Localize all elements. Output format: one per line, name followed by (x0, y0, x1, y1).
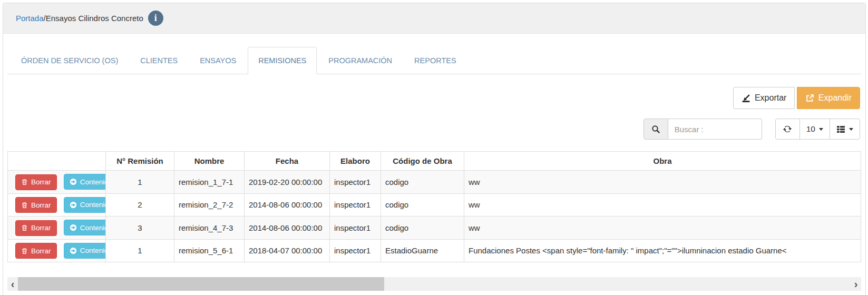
tab-clientes[interactable]: CLIENTES (130, 47, 188, 74)
actions-cell: Borrar Contenido (8, 217, 106, 240)
page-size-dropdown[interactable]: 10 (799, 119, 830, 140)
trash-icon (21, 179, 28, 185)
page-size-value: 10 (806, 124, 815, 134)
scroll-right-icon[interactable]: › (851, 277, 861, 291)
content-label: Contenido (80, 224, 106, 232)
cell-elaboro: inspector1 (330, 239, 381, 262)
export-button[interactable]: Exportar (733, 87, 795, 109)
arrow-right-circle-icon (70, 178, 77, 185)
search-icon (643, 119, 668, 140)
delete-button[interactable]: Borrar (15, 197, 57, 213)
panel-body: ÓRDEN DE SERVICIO (OS)CLIENTESENSAYOSREM… (3, 47, 865, 291)
trash-icon (21, 224, 28, 231)
cell-elaboro: inspector1 (330, 217, 381, 240)
tab-remisiones[interactable]: REMISIONES (248, 47, 317, 74)
table-row: Borrar Contenido 3 remision_4_7-3 (8, 217, 861, 240)
column-header-actions[interactable] (8, 152, 106, 171)
export-expand-group: Exportar Expandir (733, 87, 860, 109)
cell-obra: ww (464, 171, 861, 194)
remisiones-table-wrap: N° RemisiónNombreFechaElaboroCódigo de O… (7, 151, 861, 262)
content-button[interactable]: Contenido (64, 220, 106, 235)
cell-n-remision: 1 (106, 239, 174, 262)
tab-bar: ÓRDEN DE SERVICIO (OS)CLIENTESENSAYOSREM… (7, 47, 861, 74)
column-header-elaboro[interactable]: Elaboro (330, 152, 381, 171)
content-button[interactable]: Contenido (64, 174, 106, 190)
delete-label: Borrar (31, 247, 51, 255)
actions-cell: Borrar Contenido (8, 239, 106, 262)
scrollbar-thumb[interactable] (18, 277, 384, 291)
cell-nombre: remision_5_6-1 (174, 239, 245, 262)
trash-icon (21, 202, 28, 209)
cell-fecha: 2019-02-20 00:00:00 (245, 171, 330, 194)
cell-obra: ww (464, 217, 861, 240)
search-input[interactable] (668, 119, 762, 140)
trash-icon (21, 248, 28, 254)
cell-n-remision: 2 (106, 193, 174, 217)
toolbar: Exportar Expandir (7, 87, 861, 109)
cell-nombre: remision_4_7-3 (174, 217, 245, 240)
content-label: Contenido (80, 201, 106, 209)
delete-label: Borrar (31, 224, 51, 232)
columns-dropdown[interactable] (830, 119, 860, 140)
tab-orden-de-servicio-os[interactable]: ÓRDEN DE SERVICIO (OS) (11, 47, 129, 74)
table-body: Borrar Contenido 1 remision_1_7-1 (8, 171, 861, 262)
column-header-n[interactable]: N° Remisión (106, 152, 174, 171)
delete-button[interactable]: Borrar (15, 220, 57, 236)
cell-n-remision: 3 (106, 217, 174, 240)
expand-button[interactable]: Expandir (797, 87, 860, 109)
cell-elaboro: inspector1 (330, 171, 381, 194)
cell-nombre: remision_2_7-2 (174, 193, 245, 217)
horizontal-scrollbar[interactable]: ‹ › (7, 277, 861, 291)
cell-codigo-de-obra: codigo (381, 171, 464, 194)
cell-fecha: 2014-08-06 00:00:00 (245, 193, 330, 217)
content-label: Contenido (80, 178, 106, 186)
breadcrumb-home-link[interactable]: Portada (16, 14, 44, 23)
cell-fecha: 2014-08-06 00:00:00 (245, 217, 330, 240)
breadcrumb-current: Ensayos Cilindros Concreto (46, 14, 143, 23)
scrollbar-track[interactable] (18, 277, 851, 291)
scroll-left-icon[interactable]: ‹ (7, 277, 18, 291)
table-controls: 10 (7, 119, 861, 140)
table-header-row: N° RemisiónNombreFechaElaboroCódigo de O… (8, 152, 861, 171)
column-header-codigo[interactable]: Código de Obra (381, 152, 464, 171)
view-controls-group: 10 (775, 119, 860, 140)
cell-obra: Fundaciones Postes <span style="font-fam… (464, 239, 861, 262)
export-icon (742, 94, 750, 103)
delete-label: Borrar (31, 201, 51, 209)
main-panel: Portada/Ensayos Cilindros Concreto i ÓRD… (3, 3, 866, 295)
caret-down-icon (819, 128, 823, 131)
content-button[interactable]: Contenido (64, 243, 106, 259)
content-label: Contenido (80, 247, 106, 254)
actions-cell: Borrar Contenido (8, 193, 106, 217)
cell-nombre: remision_1_7-1 (174, 171, 245, 194)
arrow-right-circle-icon (70, 247, 77, 254)
tab-reportes[interactable]: REPORTES (404, 47, 467, 74)
cell-elaboro: inspector1 (330, 193, 381, 217)
column-header-obra[interactable]: Obra (464, 152, 861, 171)
info-icon[interactable]: i (148, 11, 163, 26)
cell-obra: ww (464, 193, 861, 217)
arrow-right-circle-icon (70, 224, 77, 231)
tab-ensayos[interactable]: ENSAYOS (189, 47, 247, 74)
column-header-nombre[interactable]: Nombre (174, 152, 245, 171)
delete-button[interactable]: Borrar (15, 243, 57, 259)
table-row: Borrar Contenido 1 remision_5_6-1 (8, 239, 861, 262)
export-label: Exportar (755, 93, 786, 103)
table-row: Borrar Contenido 2 remision_2_7-2 (8, 193, 861, 217)
column-header-fecha[interactable]: Fecha (245, 152, 330, 171)
refresh-icon (783, 124, 792, 134)
cell-codigo-de-obra: codigo (381, 193, 464, 217)
table-row: Borrar Contenido 1 remision_1_7-1 (8, 171, 861, 194)
expand-label: Expandir (818, 93, 852, 103)
content-button[interactable]: Contenido (64, 197, 106, 213)
columns-list-icon (836, 125, 845, 134)
refresh-button[interactable] (775, 119, 800, 140)
caret-down-icon (849, 128, 853, 131)
remisiones-table: N° RemisiónNombreFechaElaboroCódigo de O… (7, 151, 861, 262)
search-group (643, 119, 762, 140)
cell-fecha: 2018-04-07 00:00:00 (245, 239, 330, 262)
delete-button[interactable]: Borrar (15, 174, 57, 190)
tab-programacion[interactable]: PROGRAMACIÓN (318, 47, 403, 74)
actions-cell: Borrar Contenido (8, 171, 106, 194)
external-link-icon (805, 94, 814, 103)
